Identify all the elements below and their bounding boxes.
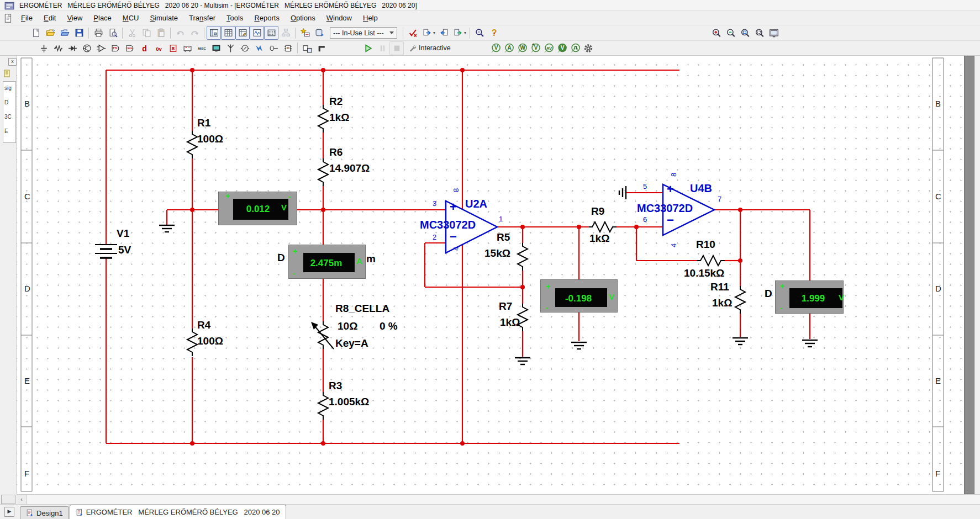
menu-tools[interactable]: Tools xyxy=(221,12,249,24)
label-frag-d2[interactable]: D xyxy=(765,288,772,299)
create-component-button[interactable] xyxy=(298,26,312,40)
title-bar[interactable]: ERGOMÉTER MÉRLEG ERŐMÉRŐ BÉLYEG 2020 06 … xyxy=(0,0,980,11)
label-u2a-plus[interactable]: + xyxy=(450,201,457,213)
probe-power[interactable]: W xyxy=(516,42,528,55)
zoom-out-button[interactable] xyxy=(724,27,738,40)
probe-current[interactable]: A xyxy=(503,42,515,55)
label-r4-ref[interactable]: R4 xyxy=(197,320,210,330)
label-frag-m[interactable]: m xyxy=(366,253,376,264)
zoom-fit-button[interactable] xyxy=(752,27,767,40)
menu-view[interactable]: View xyxy=(61,12,88,24)
label-u4b-name[interactable]: U4B xyxy=(690,183,712,194)
voltmeter-3[interactable]: 1.999+-V xyxy=(775,280,844,314)
new-file-button[interactable] xyxy=(29,26,43,40)
label-r10-val[interactable]: 10.15kΩ xyxy=(684,268,724,278)
ammeter-1[interactable]: 2.475m+-A xyxy=(288,245,366,279)
place-misc-digital-button[interactable]: d xyxy=(137,41,151,55)
probe-voltage-ref[interactable]: V+ xyxy=(529,42,541,55)
place-bus-button[interactable] xyxy=(314,41,329,55)
label-u4b-pin4[interactable]: 4 xyxy=(670,243,677,247)
schematic-canvas[interactable] xyxy=(17,56,964,494)
panel-corner-button[interactable] xyxy=(1,495,15,504)
place-peripherals-button[interactable] xyxy=(209,41,223,55)
place-misc-button[interactable]: MISC xyxy=(194,41,209,55)
open-sample-button[interactable] xyxy=(57,26,72,40)
label-r1-val[interactable]: 100Ω xyxy=(197,134,223,144)
label-u4b-pin7[interactable]: 7 xyxy=(718,195,721,203)
label-r6-ref[interactable]: R6 xyxy=(329,147,343,157)
label-r11-val[interactable]: 1kΩ xyxy=(712,298,732,308)
back-annotate-button[interactable] xyxy=(436,26,451,40)
probe-digital[interactable] xyxy=(569,42,581,55)
place-cmos-button[interactable]: CMOS xyxy=(123,41,137,55)
place-source-button[interactable] xyxy=(36,41,51,55)
place-electromech-button[interactable] xyxy=(238,41,252,55)
open-file-button[interactable] xyxy=(43,26,57,40)
save-button[interactable] xyxy=(72,26,86,40)
label-frag-d1[interactable]: D xyxy=(277,252,285,263)
label-v1-ref[interactable]: V1 xyxy=(117,228,129,239)
label-u2a-pin8[interactable]: 8 xyxy=(452,188,460,192)
label-r5-ref[interactable]: R5 xyxy=(497,232,510,242)
label-r3-ref[interactable]: R3 xyxy=(329,380,342,391)
transfer-export-button[interactable] xyxy=(451,26,465,40)
label-r8-ref[interactable]: R8_CELLA xyxy=(335,303,389,314)
place-connector-button[interactable] xyxy=(266,41,281,55)
spreadsheet-view-toggle[interactable] xyxy=(221,26,235,40)
label-u2a-pin3[interactable]: 3 xyxy=(433,200,436,207)
label-r11-ref[interactable]: R11 xyxy=(710,282,729,292)
label-u4b-plus[interactable]: + xyxy=(667,183,674,195)
zoom-area-button[interactable] xyxy=(738,27,752,40)
label-u2a-part[interactable]: MC33072D xyxy=(420,219,476,230)
label-r10-ref[interactable]: R10 xyxy=(696,239,715,250)
fullscreen-button[interactable] xyxy=(767,27,781,40)
print-button[interactable] xyxy=(91,26,106,40)
label-r6-val[interactable]: 14.907Ω xyxy=(329,163,370,173)
label-u4b-minus[interactable]: − xyxy=(667,214,674,226)
dropdown-caret-icon[interactable]: ▾ xyxy=(433,30,435,35)
in-use-list-dropdown[interactable]: --- In-Use List --- xyxy=(330,27,397,39)
print-preview-button[interactable] xyxy=(106,26,120,40)
database-manager-button[interactable] xyxy=(312,26,326,40)
scroll-left-icon[interactable]: ‹ xyxy=(17,495,27,504)
zoom-in-button[interactable] xyxy=(709,27,724,40)
erc-check-button[interactable] xyxy=(405,26,420,40)
hierarchical-block-button[interactable] xyxy=(300,41,314,55)
label-r2-val[interactable]: 1kΩ xyxy=(329,112,349,123)
database-view-toggle[interactable] xyxy=(235,26,250,40)
sheet-tab-1[interactable]: Design1 xyxy=(20,506,69,519)
probe-differential[interactable]: V- xyxy=(556,42,568,55)
label-r7-val[interactable]: 1kΩ xyxy=(500,317,520,327)
label-u4b-pin5[interactable]: 5 xyxy=(643,183,647,190)
voltmeter-1[interactable]: 0.012+-V xyxy=(218,192,297,225)
menu-place[interactable]: Place xyxy=(88,12,117,24)
menu-reports[interactable]: Reports xyxy=(249,12,285,24)
place-indicator-button[interactable]: 8 xyxy=(166,41,180,55)
label-r1-ref[interactable]: R1 xyxy=(197,118,210,128)
place-basic-button[interactable] xyxy=(51,41,65,55)
menu-help[interactable]: Help xyxy=(357,12,383,24)
place-diode-button[interactable] xyxy=(65,41,80,55)
label-u4b-pin8[interactable]: 8 xyxy=(670,173,677,177)
menu-mcu[interactable]: MCU xyxy=(117,12,145,24)
place-ni-button[interactable] xyxy=(252,41,266,55)
probe-voltage-current[interactable]: AV xyxy=(542,42,555,55)
design-toolbox-toggle[interactable] xyxy=(207,26,221,40)
label-r2-ref[interactable]: R2 xyxy=(329,96,343,107)
label-u4b-pin6[interactable]: 6 xyxy=(643,216,647,223)
label-r8-key[interactable]: Key=A xyxy=(335,338,368,348)
breadboard-toggle[interactable] xyxy=(264,26,278,40)
probe-settings[interactable] xyxy=(582,42,594,55)
place-mixed-button[interactable]: 0v xyxy=(151,41,166,55)
label-u2a-pin1[interactable]: 1 xyxy=(499,215,503,223)
run-simulation-button[interactable] xyxy=(361,41,375,55)
vertical-scrollbar[interactable] xyxy=(964,56,974,494)
dropdown-caret-icon[interactable]: ▾ xyxy=(464,30,466,35)
tab-scroll-icon[interactable]: ▶ xyxy=(4,507,14,517)
place-ttl-button[interactable]: TTL xyxy=(108,41,123,55)
menu-edit[interactable]: Edit xyxy=(38,12,61,24)
label-u2a-minus[interactable]: − xyxy=(450,231,457,243)
label-r5-val[interactable]: 15kΩ xyxy=(484,248,510,258)
menu-window[interactable]: Window xyxy=(321,12,357,24)
probe-voltage[interactable]: V xyxy=(489,42,502,55)
